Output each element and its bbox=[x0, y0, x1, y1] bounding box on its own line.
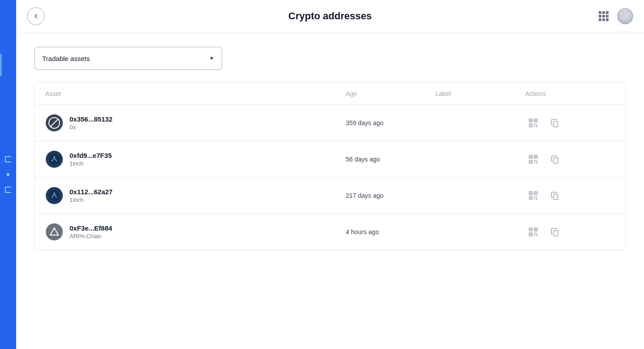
column-asset: Asset bbox=[45, 90, 346, 97]
svg-rect-41 bbox=[553, 194, 558, 200]
grid-icon bbox=[599, 11, 609, 21]
svg-rect-12 bbox=[536, 126, 537, 127]
svg-rect-34 bbox=[535, 192, 536, 194]
column-label: Label bbox=[435, 90, 525, 97]
asset-type-label: 0x bbox=[70, 124, 113, 131]
header: Crypto addresses bbox=[16, 0, 644, 32]
svg-rect-9 bbox=[534, 124, 535, 125]
svg-rect-51 bbox=[536, 233, 537, 234]
grid-dot bbox=[606, 18, 609, 21]
qr-icon bbox=[528, 118, 538, 128]
qr-icon bbox=[528, 191, 538, 201]
copy-icon bbox=[550, 118, 559, 127]
qr-code-button[interactable] bbox=[525, 224, 541, 240]
svg-rect-47 bbox=[535, 229, 536, 230]
asset-icon-arpa bbox=[45, 223, 63, 241]
svg-rect-22 bbox=[530, 161, 531, 162]
svg-rect-13 bbox=[553, 122, 558, 127]
chevron-down-icon: ▼ bbox=[209, 55, 214, 61]
table-row: 0xF3e...Ef884 ARPA Chain 4 hours ago bbox=[35, 214, 626, 250]
grid-dot bbox=[606, 11, 609, 14]
grid-dot bbox=[599, 11, 601, 14]
table-header: Asset Age Label Actions bbox=[35, 83, 626, 105]
qr-code-button[interactable] bbox=[525, 115, 541, 131]
column-actions: Actions bbox=[525, 90, 615, 97]
copy-address-button[interactable] bbox=[547, 115, 563, 131]
sidebar-indicator bbox=[0, 54, 2, 76]
actions-cell bbox=[525, 224, 615, 240]
avatar-image bbox=[617, 8, 633, 24]
asset-cell: 0xfd9...e7F35 1inch bbox=[45, 150, 346, 168]
copy-icon bbox=[550, 155, 559, 164]
tradable-assets-dropdown[interactable]: Tradable assets ▼ bbox=[34, 47, 222, 70]
svg-rect-53 bbox=[536, 235, 537, 236]
svg-rect-18 bbox=[530, 156, 531, 157]
age-cell: 56 days ago bbox=[346, 156, 435, 163]
dropdown-label: Tradable assets bbox=[42, 55, 90, 62]
svg-rect-20 bbox=[535, 156, 536, 157]
svg-rect-26 bbox=[536, 162, 537, 163]
header-right bbox=[596, 8, 633, 24]
address-text: 0xF3e...Ef884 bbox=[70, 224, 112, 232]
asset-info: 0xfd9...e7F35 1inch bbox=[70, 152, 112, 167]
svg-point-42 bbox=[46, 223, 63, 240]
svg-rect-11 bbox=[534, 126, 535, 127]
sidebar bbox=[0, 0, 16, 349]
actions-cell bbox=[525, 151, 615, 167]
copy-icon bbox=[550, 227, 559, 236]
age-cell: 4 hours ago bbox=[346, 228, 435, 236]
svg-rect-40 bbox=[536, 198, 537, 200]
qr-code-button[interactable] bbox=[525, 151, 541, 167]
header-left bbox=[27, 7, 45, 25]
copy-address-button[interactable] bbox=[547, 224, 563, 240]
address-text: 0x356...85132 bbox=[70, 115, 113, 123]
grid-menu-button[interactable] bbox=[596, 8, 612, 24]
page-title: Crypto addresses bbox=[288, 10, 372, 22]
arpa-icon bbox=[46, 223, 63, 240]
age-cell: 359 days ago bbox=[346, 119, 435, 127]
qr-code-button[interactable] bbox=[525, 188, 541, 204]
svg-rect-36 bbox=[530, 197, 531, 199]
asset-info: 0xF3e...Ef884 ARPA Chain bbox=[70, 224, 112, 240]
svg-rect-10 bbox=[536, 124, 537, 125]
asset-cell: 0xF3e...Ef884 ARPA Chain bbox=[45, 223, 346, 241]
svg-rect-37 bbox=[534, 196, 535, 198]
svg-rect-4 bbox=[530, 120, 531, 121]
sidebar-bracket2-icon bbox=[5, 187, 11, 193]
qr-icon bbox=[528, 154, 538, 164]
qr-icon bbox=[528, 227, 538, 237]
asset-cell: 0x356...85132 0x bbox=[45, 114, 346, 132]
svg-point-30 bbox=[53, 192, 55, 194]
svg-rect-39 bbox=[534, 199, 535, 200]
svg-rect-8 bbox=[530, 125, 531, 126]
actions-cell bbox=[525, 115, 615, 131]
copy-icon bbox=[550, 191, 559, 200]
svg-rect-32 bbox=[530, 192, 531, 194]
copy-address-button[interactable] bbox=[547, 188, 563, 204]
asset-icon-0x bbox=[45, 114, 63, 132]
grid-dot bbox=[606, 15, 609, 17]
avatar[interactable] bbox=[617, 8, 633, 24]
sidebar-bracket-icon bbox=[5, 156, 11, 162]
0x-icon bbox=[46, 114, 63, 131]
svg-rect-6 bbox=[535, 120, 536, 121]
table-row: 0x356...85132 0x 359 days ago bbox=[35, 105, 626, 141]
asset-type-label: ARPA Chain bbox=[70, 233, 112, 240]
copy-address-button[interactable] bbox=[547, 151, 563, 167]
svg-rect-50 bbox=[534, 233, 535, 234]
asset-info: 0x112...62a27 1inch bbox=[70, 188, 113, 203]
filter-section: Tradable assets ▼ bbox=[34, 47, 626, 70]
asset-icon-1inch-2 bbox=[45, 187, 63, 205]
grid-dot bbox=[602, 15, 605, 17]
asset-info: 0x356...85132 0x bbox=[70, 115, 113, 131]
main-content: Tradable assets ▼ Asset Age Label Action… bbox=[16, 32, 644, 349]
age-cell: 217 days ago bbox=[346, 192, 435, 199]
back-button[interactable] bbox=[27, 7, 45, 25]
svg-rect-25 bbox=[534, 162, 535, 163]
grid-dot bbox=[599, 15, 601, 17]
svg-rect-27 bbox=[553, 158, 558, 163]
1inch-icon bbox=[46, 151, 63, 168]
1inch-icon-2 bbox=[46, 187, 63, 204]
table-row: 0x112...62a27 1inch 217 days ago bbox=[35, 178, 626, 214]
table-row: 0xfd9...e7F35 1inch 56 days ago bbox=[35, 141, 626, 178]
